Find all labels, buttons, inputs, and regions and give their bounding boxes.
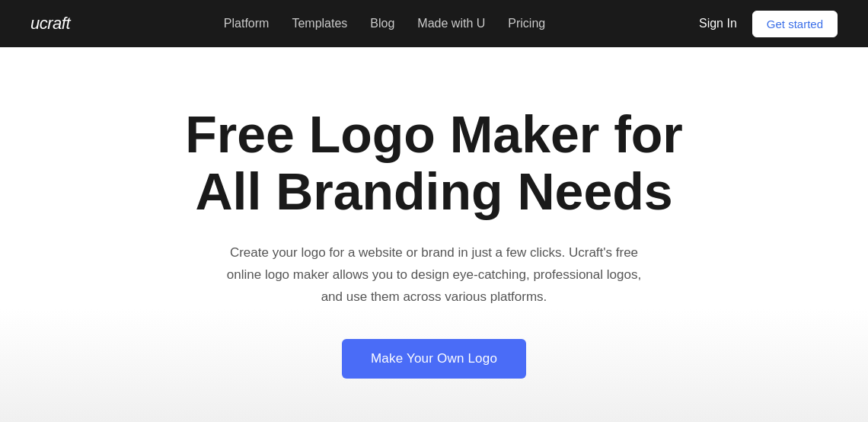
hero-description: Create your logo for a website or brand … [221, 242, 647, 309]
nav-link-blog[interactable]: Blog [370, 17, 394, 30]
logo[interactable]: ucraft [30, 14, 70, 34]
nav-link-templates[interactable]: Templates [292, 17, 347, 30]
nav-item-platform[interactable]: Platform [224, 17, 270, 30]
hero-section: Free Logo Maker for All Branding Needs C… [0, 47, 868, 422]
nav-item-templates[interactable]: Templates [292, 17, 347, 30]
nav-link-made-with-u[interactable]: Made with U [417, 17, 485, 30]
sign-in-button[interactable]: Sign In [699, 17, 737, 30]
hero-title-line2: All Branding Needs [195, 162, 672, 220]
nav-link-platform[interactable]: Platform [224, 17, 270, 30]
nav-item-pricing[interactable]: Pricing [508, 17, 545, 30]
navbar: ucraft Platform Templates Blog Made with… [0, 0, 868, 47]
nav-item-made-with-u[interactable]: Made with U [417, 17, 485, 30]
nav-links: Platform Templates Blog Made with U Pric… [224, 17, 545, 30]
nav-item-blog[interactable]: Blog [370, 17, 394, 30]
navbar-actions: Sign In Get started [699, 11, 838, 37]
nav-link-pricing[interactable]: Pricing [508, 17, 545, 30]
hero-title-line1: Free Logo Maker for [185, 105, 683, 163]
get-started-button[interactable]: Get started [752, 11, 838, 37]
logo-text: ucraft [30, 14, 70, 33]
hero-title: Free Logo Maker for All Branding Needs [185, 106, 683, 220]
make-logo-button[interactable]: Make Your Own Logo [342, 339, 526, 379]
